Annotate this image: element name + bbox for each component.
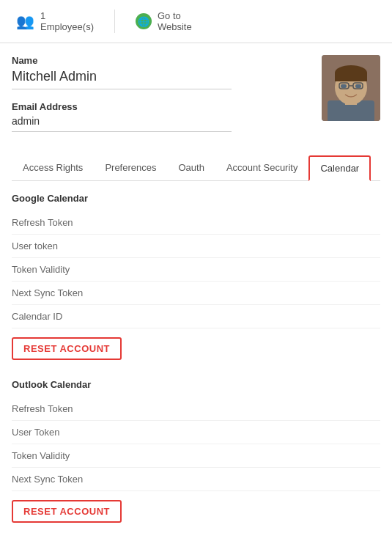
top-bar: 👥 1 Employee(s) 🌐 Go to Website xyxy=(0,0,392,43)
tab-preferences[interactable]: Preferences xyxy=(94,155,167,181)
profile-info: Name Mitchell Admin Email Address admin xyxy=(12,55,322,144)
outlook-next-sync-token-label: Next Sync Token xyxy=(12,474,129,485)
outlook-refresh-token-label: Refresh Token xyxy=(12,403,129,414)
employees-button[interactable]: 👥 1 Employee(s) xyxy=(7,6,103,37)
google-calendar-title: Google Calendar xyxy=(12,193,380,204)
svg-rect-7 xyxy=(355,84,361,88)
globe-icon: 🌐 xyxy=(136,13,152,29)
tab-oauth[interactable]: Oauth xyxy=(167,155,215,181)
outlook-reset-account-button[interactable]: RESET ACCOUNT xyxy=(12,500,122,523)
outlook-calendar-section: Outlook Calendar Refresh Token User Toke… xyxy=(12,379,380,536)
google-user-token-row: User token xyxy=(12,235,380,258)
google-refresh-token-label: Refresh Token xyxy=(12,217,129,228)
employees-icon: 👥 xyxy=(16,12,34,30)
google-token-validity-row: Token Validity xyxy=(12,258,380,282)
tab-access-rights[interactable]: Access Rights xyxy=(12,155,94,181)
employees-count: 1 Employee(s) xyxy=(40,10,94,32)
outlook-calendar-title: Outlook Calendar xyxy=(12,379,380,390)
google-token-validity-label: Token Validity xyxy=(12,264,129,275)
topbar-divider xyxy=(114,10,115,33)
profile-section: Name Mitchell Admin Email Address admin xyxy=(12,55,380,144)
email-label: Email Address xyxy=(12,101,322,112)
name-label: Name xyxy=(12,55,322,66)
google-next-sync-token-row: Next Sync Token xyxy=(12,282,380,305)
svg-rect-5 xyxy=(335,73,367,81)
email-value: admin xyxy=(12,115,232,132)
google-next-sync-token-label: Next Sync Token xyxy=(12,287,129,298)
goto-website-button[interactable]: 🌐 Go to Website xyxy=(127,6,201,37)
google-reset-account-button[interactable]: RESET ACCOUNT xyxy=(12,337,122,360)
outlook-token-validity-label: Token Validity xyxy=(12,450,129,461)
google-user-token-label: User token xyxy=(12,240,129,251)
avatar-image xyxy=(322,55,380,121)
google-calendar-id-label: Calendar ID xyxy=(12,311,129,322)
tab-account-security[interactable]: Account Security xyxy=(215,155,309,181)
outlook-next-sync-token-row: Next Sync Token xyxy=(12,468,380,491)
tab-calendar[interactable]: Calendar xyxy=(308,155,371,181)
outlook-token-validity-row: Token Validity xyxy=(12,444,380,468)
name-value: Mitchell Admin xyxy=(12,69,232,89)
outlook-user-token-label: User Token xyxy=(12,427,129,438)
google-refresh-token-row: Refresh Token xyxy=(12,211,380,235)
svg-rect-6 xyxy=(341,84,347,88)
goto-website-label: Go to Website xyxy=(158,10,192,32)
main-content: Name Mitchell Admin Email Address admin xyxy=(0,43,392,536)
outlook-user-token-row: User Token xyxy=(12,421,380,444)
outlook-refresh-token-row: Refresh Token xyxy=(12,397,380,421)
google-calendar-section: Google Calendar Refresh Token User token… xyxy=(12,193,380,373)
tabs: Access Rights Preferences Oauth Account … xyxy=(12,155,380,181)
google-calendar-id-row: Calendar ID xyxy=(12,305,380,328)
avatar xyxy=(322,55,380,121)
